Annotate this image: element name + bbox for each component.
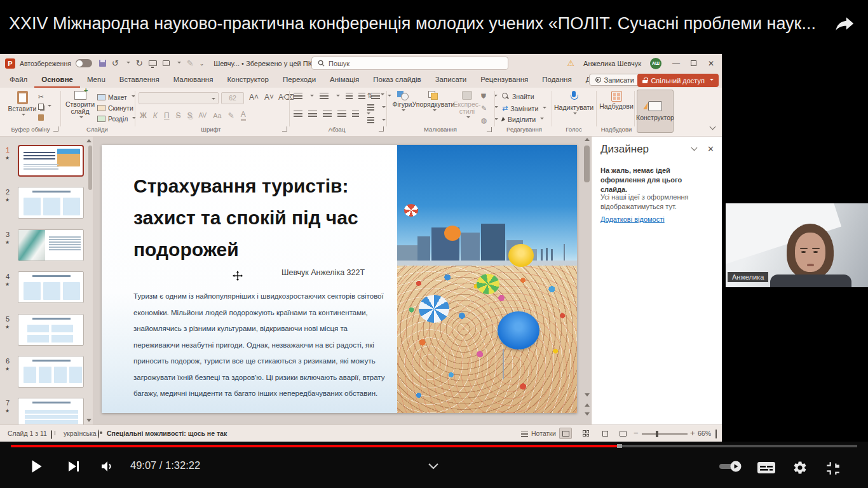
decrease-indent-button[interactable] bbox=[346, 93, 353, 100]
clipboard-dialog-launcher[interactable] bbox=[53, 126, 58, 132]
replace-button[interactable]: ⇄Замінити bbox=[502, 104, 546, 112]
strikethrough-button[interactable]: S bbox=[176, 111, 181, 120]
next-button[interactable] bbox=[66, 459, 81, 488]
thumbnail-preview[interactable] bbox=[18, 271, 84, 303]
clear-formatting-button[interactable]: A⌫ bbox=[278, 93, 294, 102]
fit-to-window-icon[interactable] bbox=[715, 430, 717, 438]
shape-outline-button[interactable]: ✎ bbox=[481, 104, 487, 112]
next-slide-icon[interactable] bbox=[585, 412, 590, 416]
arrange-button[interactable]: Упорядкувати bbox=[414, 91, 453, 113]
exit-fullscreen-icon[interactable] bbox=[825, 460, 841, 488]
scroll-up-icon[interactable] bbox=[585, 138, 590, 141]
align-right-button[interactable] bbox=[323, 111, 332, 118]
quick-styles-button[interactable]: Експрес-стилі bbox=[453, 91, 481, 120]
previous-slide-icon[interactable] bbox=[585, 403, 590, 407]
zoom-slider[interactable] bbox=[642, 433, 688, 435]
current-slide[interactable]: Страхування туристів: захист та спокій п… bbox=[102, 145, 577, 413]
present-icon[interactable] bbox=[149, 60, 157, 66]
reading-view-button[interactable] bbox=[599, 428, 611, 439]
tab-основне[interactable]: Основне bbox=[34, 72, 80, 88]
shapes-button[interactable]: Фігури bbox=[390, 91, 415, 113]
paragraph-dialog-launcher[interactable] bbox=[379, 126, 384, 132]
thumbs-scroll-down-icon[interactable] bbox=[86, 419, 92, 422]
undo-icon[interactable]: ↺ bbox=[112, 58, 119, 68]
progress-scrubber[interactable] bbox=[617, 444, 622, 448]
font-name-combo[interactable] bbox=[139, 92, 219, 104]
align-center-button[interactable] bbox=[308, 111, 317, 118]
zoom-level[interactable]: 66% bbox=[698, 430, 711, 437]
bullets-button[interactable] bbox=[294, 93, 302, 100]
format-painter-button[interactable] bbox=[38, 114, 44, 121]
slide-sorter-view-button[interactable] bbox=[580, 428, 592, 439]
designer-collapse-icon[interactable] bbox=[691, 145, 698, 151]
zoom-out-button[interactable]: − bbox=[634, 428, 639, 438]
avatar[interactable]: АШ bbox=[650, 58, 661, 69]
font-dialog-launcher[interactable] bbox=[282, 126, 287, 132]
play-button[interactable] bbox=[28, 457, 44, 488]
thumbs-scroll-up-icon[interactable] bbox=[86, 139, 92, 142]
designer-close-icon[interactable]: ✕ bbox=[707, 144, 714, 154]
record-button[interactable]: Записати bbox=[589, 74, 641, 86]
warning-icon[interactable]: ⚠ bbox=[567, 58, 574, 68]
thumbnail-preview[interactable] bbox=[18, 314, 84, 346]
drawing-dialog-launcher[interactable] bbox=[487, 127, 492, 132]
notes-button[interactable]: Нотатки bbox=[531, 430, 556, 437]
tab-анімація[interactable]: Анімація bbox=[323, 72, 366, 88]
scroll-down-icon[interactable] bbox=[585, 393, 590, 396]
character-spacing-button[interactable]: AV bbox=[199, 112, 207, 119]
tab-показ-слайдів[interactable]: Показ слайдів bbox=[366, 72, 428, 88]
align-left-button[interactable] bbox=[294, 111, 302, 118]
slide-counter[interactable]: Слайд 1 з 11 bbox=[8, 430, 47, 437]
spellcheck-icon[interactable] bbox=[51, 430, 52, 439]
tab-малювання[interactable]: Малювання bbox=[166, 72, 220, 88]
canvas-scrollbar[interactable] bbox=[582, 138, 590, 423]
find-button[interactable]: Знайти bbox=[502, 93, 534, 100]
designer-ribbon-button[interactable]: Конструктор bbox=[637, 90, 674, 133]
tab-вставлення[interactable]: Вставлення bbox=[112, 72, 166, 88]
bold-button[interactable]: Ж bbox=[140, 111, 147, 120]
restore-button[interactable] bbox=[691, 60, 696, 66]
numbering-button[interactable] bbox=[320, 93, 329, 100]
slide-thumbnail-2[interactable]: 2★ bbox=[0, 187, 93, 220]
save-icon[interactable] bbox=[99, 60, 106, 67]
addins-button[interactable]: Надбудови bbox=[599, 91, 634, 110]
increase-indent-button[interactable] bbox=[358, 93, 365, 100]
font-size-combo[interactable]: 62 bbox=[221, 92, 244, 104]
tab-menu[interactable]: Menu bbox=[80, 72, 112, 88]
collapse-chevron-icon[interactable] bbox=[426, 462, 440, 471]
tab-конструктор[interactable]: Конструктор bbox=[220, 72, 276, 88]
language-indicator[interactable]: українська bbox=[64, 430, 97, 437]
tab-записати[interactable]: Записати bbox=[428, 72, 474, 88]
subtitles-button[interactable] bbox=[757, 461, 776, 488]
slideshow-view-button[interactable] bbox=[616, 428, 629, 439]
slide-photo-beach[interactable] bbox=[397, 145, 577, 413]
video-title[interactable]: XXIV Міжнародна науково-практична конфер… bbox=[9, 14, 822, 34]
slide-thumbnail-1[interactable]: 1★ bbox=[0, 145, 93, 178]
close-button[interactable]: ✕ bbox=[705, 59, 717, 68]
reset-button[interactable]: Скинути bbox=[97, 104, 133, 112]
accessibility-status[interactable]: Спеціальні можливості: щось не так bbox=[107, 430, 227, 437]
dictate-button[interactable]: Надиктувати bbox=[554, 91, 593, 116]
search-input[interactable]: Пошук bbox=[311, 57, 508, 70]
normal-view-button[interactable] bbox=[559, 428, 572, 439]
thumbnail-preview[interactable] bbox=[18, 229, 84, 261]
paste-button[interactable]: Вставити bbox=[8, 91, 37, 118]
thumbnail-preview[interactable] bbox=[18, 145, 84, 177]
share-icon[interactable] bbox=[832, 13, 857, 34]
columns-button[interactable] bbox=[352, 111, 359, 118]
slide-thumbnail-5[interactable]: 5★ bbox=[0, 314, 93, 347]
screenshot-icon[interactable] bbox=[163, 60, 170, 66]
designer-learn-more-link[interactable]: Додаткові відомості bbox=[600, 215, 665, 223]
section-button[interactable]: Розділ bbox=[97, 115, 136, 123]
justify-button[interactable] bbox=[337, 111, 346, 118]
settings-gear-icon[interactable] bbox=[792, 460, 808, 488]
shrink-font-button[interactable]: A˅ bbox=[264, 93, 274, 102]
redo-icon[interactable]: ↻ bbox=[136, 58, 143, 68]
smartart-button[interactable] bbox=[367, 117, 374, 124]
user-name[interactable]: Анжелика Шевчук bbox=[583, 60, 641, 67]
layout-button[interactable]: Макет bbox=[97, 93, 135, 101]
align-text-button[interactable] bbox=[367, 104, 374, 111]
tab-файл[interactable]: Файл bbox=[3, 72, 34, 88]
progress-bar[interactable] bbox=[11, 445, 857, 447]
new-slide-button[interactable]: Створити слайд bbox=[63, 91, 97, 120]
